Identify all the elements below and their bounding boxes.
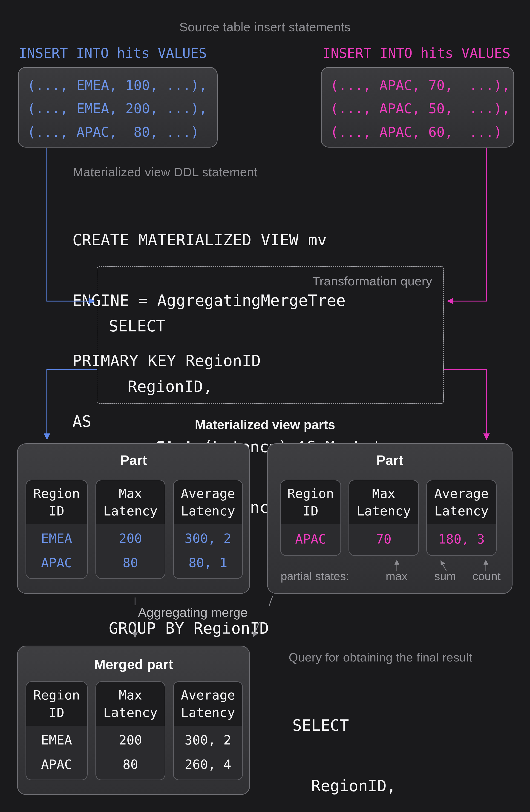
cell-value: 180, 3 — [438, 532, 485, 547]
transformation-query-box: Transformation query SELECT RegionID, ma… — [97, 266, 444, 404]
insert-left-statement: INSERT INTO hits VALUES — [19, 45, 207, 61]
insert-left-row: (..., APAC, 80, ...) — [27, 124, 217, 140]
aggregating-merge-tree-diagram: Source table insert statements INSERT IN… — [0, 0, 530, 812]
section-title-mv-parts: Materialized view parts — [0, 417, 530, 432]
column-region-id: Region ID EMEA APAC — [26, 480, 88, 579]
code-line: SELECT — [109, 316, 419, 336]
column-max-latency: Max Latency 70 — [349, 480, 419, 556]
cell-value: 300, 2 — [185, 733, 231, 747]
insert-right-row: (..., APAC, 60, ...) — [330, 124, 513, 140]
cell-value: EMEA — [41, 733, 72, 747]
aggregating-merge-label: Aggregating merge — [138, 605, 248, 620]
code-line: RegionID, — [109, 377, 419, 397]
cell-value: APAC — [41, 555, 72, 570]
column-header: Max Latency — [96, 480, 165, 524]
column-max-latency: Max Latency 200 80 — [95, 681, 165, 780]
cell-value: 70 — [376, 532, 391, 547]
cell-value: 200 — [119, 531, 142, 546]
cell-value: 80 — [122, 757, 138, 772]
insert-left-row: (..., EMEA, 100, ...), — [27, 77, 217, 93]
ddl-line: CREATE MATERIALIZED VIEW mv — [72, 230, 345, 250]
merged-part-title: Merged part — [18, 656, 249, 672]
final-query-label: Query for obtaining the final result — [289, 650, 472, 664]
column-average-latency: Average Latency 300, 2 260, 4 — [173, 681, 243, 780]
cell-value: 260, 4 — [185, 757, 231, 772]
annotation-max: max — [386, 570, 408, 583]
column-header: Max Latency — [96, 682, 165, 726]
cell-value: APAC — [41, 757, 72, 772]
column-header: Average Latency — [427, 480, 496, 524]
merged-part-box: Merged part Region ID EMEA APAC Max Late… — [17, 646, 250, 795]
code-line: GROUP BY RegionID — [109, 618, 419, 638]
column-header: Average Latency — [174, 480, 242, 524]
part-box-right-title: Part — [268, 452, 512, 468]
insert-left-row: (..., EMEA, 200, ...), — [27, 101, 217, 116]
insert-right-statement: INSERT INTO hits VALUES — [323, 45, 511, 61]
cell-value: 80 — [122, 555, 138, 570]
part-box-right: Part Region ID APAC Max Latency 70 Avera… — [267, 443, 513, 594]
cell-value: 80, 1 — [189, 555, 227, 570]
insert-right-box: (..., APAC, 70, ...), (..., APAC, 50, ..… — [321, 67, 514, 147]
arrow-insert-right-to-query — [448, 148, 487, 301]
insert-right-row: (..., APAC, 70, ...), — [330, 77, 513, 93]
column-header: Average Latency — [174, 682, 242, 726]
part-box-left-title: Part — [18, 452, 249, 468]
column-region-id: Region ID EMEA APAC — [26, 681, 88, 780]
column-max-latency: Max Latency 200 80 — [95, 480, 165, 579]
column-header: Max Latency — [349, 480, 418, 524]
partial-states-caption: partial states: — [281, 570, 349, 583]
column-header: Region ID — [26, 682, 87, 726]
annotation-count: count — [472, 570, 501, 583]
column-region-id: Region ID APAC — [280, 480, 341, 556]
cell-value: EMEA — [41, 531, 72, 546]
column-average-latency: Average Latency 180, 3 — [426, 480, 497, 556]
ddl-label: Materialized view DDL statement — [73, 165, 257, 179]
code-line: SELECT — [292, 715, 509, 736]
column-header: Region ID — [26, 480, 87, 524]
section-title-source-inserts: Source table insert statements — [0, 20, 530, 34]
code-line: RegionID, — [292, 776, 509, 796]
cell-value: APAC — [295, 532, 326, 547]
insert-left-box: (..., EMEA, 100, ...), (..., EMEA, 200, … — [18, 67, 218, 147]
final-query-code: SELECT RegionID, maxMerge(MaxLatency), a… — [292, 675, 509, 812]
column-header: Region ID — [281, 480, 340, 524]
cell-value: 200 — [119, 733, 142, 747]
cell-value: 300, 2 — [185, 531, 231, 546]
annotation-sum: sum — [434, 570, 456, 583]
part-box-left: Part Region ID EMEA APAC Max Latency 200… — [17, 443, 250, 594]
insert-right-row: (..., APAC, 50, ...), — [330, 101, 513, 116]
column-average-latency: Average Latency 300, 2 80, 1 — [173, 480, 243, 579]
